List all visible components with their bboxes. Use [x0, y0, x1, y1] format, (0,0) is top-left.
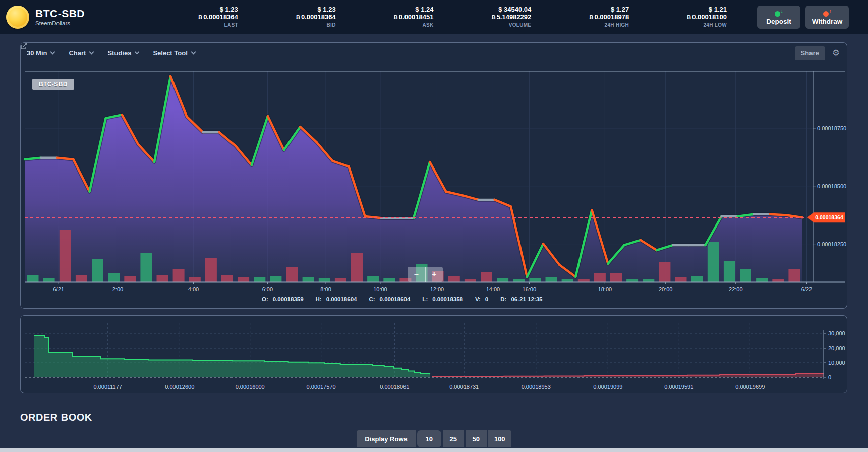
studies-dropdown[interactable]: Studies	[107, 49, 139, 57]
btc-symbol: Ƀ	[687, 14, 691, 20]
svg-text:0.00018364: 0.00018364	[815, 214, 843, 220]
withdraw-button[interactable]: ↑ Withdraw	[805, 6, 849, 29]
symbol-chip: BTC-SBD	[32, 79, 74, 90]
depth-chart-canvas[interactable]: 30,00020,00010,00000.000111770.000126000…	[21, 316, 848, 394]
steem-coin-logo-icon	[6, 6, 29, 29]
stat-bid: $ 1.23 Ƀ0.00018364 BID	[238, 6, 336, 29]
svg-text:18:00: 18:00	[598, 286, 612, 292]
chevron-down-icon	[89, 49, 94, 54]
svg-text:0.00018731: 0.00018731	[449, 384, 479, 390]
svg-text:0: 0	[828, 374, 831, 380]
svg-text:8:00: 8:00	[320, 286, 331, 292]
share-button[interactable]: Share	[795, 46, 825, 60]
pair-title-block: BTC-SBD SteemDollars	[35, 8, 85, 27]
svg-text:0.00019591: 0.00019591	[664, 384, 693, 390]
price-area-fill	[25, 76, 802, 282]
svg-text:20,000: 20,000	[828, 345, 845, 351]
price-chart-panel: 30 Min Chart Studies Select Tool Share ⚙	[20, 42, 847, 309]
btc-symbol: Ƀ	[394, 14, 398, 20]
svg-text:0.00018500: 0.00018500	[817, 183, 846, 189]
select-tool-dropdown[interactable]: Select Tool	[153, 49, 195, 57]
zoom-in-button[interactable]: +	[426, 267, 443, 282]
display-rows-label: Display Rows	[357, 430, 416, 447]
svg-text:0.00018750: 0.00018750	[817, 125, 846, 131]
rows-option-10[interactable]: 10	[417, 430, 441, 447]
chevron-down-icon	[191, 49, 196, 54]
deposit-coin-down-arrow-icon: ↓	[775, 10, 783, 17]
withdraw-coin-up-arrow-icon: ↑	[823, 10, 831, 17]
chart-toolbar: 30 Min Chart Studies Select Tool Share ⚙	[21, 43, 847, 63]
share-icon	[21, 43, 27, 49]
svg-text:14:00: 14:00	[486, 286, 500, 292]
zoom-out-button[interactable]: −	[408, 267, 426, 282]
btc-symbol: Ƀ	[492, 14, 496, 20]
svg-text:4:00: 4:00	[188, 286, 199, 292]
btc-symbol: Ƀ	[590, 14, 594, 20]
stat-volume: $ 34540.04 Ƀ5.14982292 VOLUME	[433, 6, 531, 29]
timeframe-dropdown[interactable]: 30 Min	[27, 49, 54, 57]
svg-text:0.00016000: 0.00016000	[236, 384, 265, 390]
svg-text:6:00: 6:00	[262, 286, 273, 292]
chevron-down-icon	[50, 49, 55, 54]
order-book-table-top	[0, 448, 868, 452]
svg-text:16:00: 16:00	[523, 286, 537, 292]
stat-last: $ 1.23 Ƀ0.00018364 LAST	[140, 6, 238, 29]
svg-text:0.00011177: 0.00011177	[93, 384, 122, 390]
chevron-down-icon	[135, 49, 140, 54]
svg-text:0.00012600: 0.00012600	[165, 384, 194, 390]
svg-text:10,000: 10,000	[828, 360, 845, 366]
svg-text:22:00: 22:00	[729, 286, 743, 292]
settings-gear-icon[interactable]: ⚙	[832, 49, 840, 58]
btc-symbol: Ƀ	[296, 14, 300, 20]
stat-24h-low: $ 1.21 Ƀ0.00018100 24H LOW	[629, 6, 727, 29]
pair-subtitle: SteemDollars	[35, 20, 85, 27]
chart-type-dropdown[interactable]: Chart	[69, 49, 93, 57]
ohlc-readout: O:0.00018359 H:0.00018604 C:0.00018604 L…	[262, 296, 542, 302]
stat-ask: $ 1.24 Ƀ0.00018451 ASK	[336, 6, 434, 29]
svg-text:0.00019099: 0.00019099	[593, 384, 622, 390]
svg-text:2:00: 2:00	[112, 286, 123, 292]
rows-option-50[interactable]: 50	[466, 430, 487, 447]
svg-text:0.00018061: 0.00018061	[380, 384, 409, 390]
current-price-tag: 0.00018364	[807, 212, 845, 222]
svg-text:30,000: 30,000	[828, 330, 845, 336]
svg-text:0.00019699: 0.00019699	[735, 384, 765, 390]
svg-text:10:00: 10:00	[373, 286, 387, 292]
order-book-title: ORDER BOOK	[20, 412, 868, 423]
rows-option-25[interactable]: 25	[443, 430, 464, 447]
svg-text:6/21: 6/21	[53, 286, 64, 292]
chart-zoom-control: − +	[408, 267, 443, 282]
rows-option-100[interactable]: 100	[488, 430, 511, 447]
svg-text:0.00017570: 0.00017570	[307, 384, 336, 390]
svg-text:6/22: 6/22	[801, 286, 812, 292]
svg-text:12:00: 12:00	[430, 286, 444, 292]
ticker-stats: $ 1.23 Ƀ0.00018364 LAST $ 1.23 Ƀ0.000183…	[85, 6, 757, 29]
svg-text:20:00: 20:00	[659, 286, 673, 292]
stat-24h-high: $ 1.27 Ƀ0.00018978 24H HIGH	[531, 6, 629, 29]
display-rows-control: Display Rows 10 25 50 100	[0, 430, 868, 447]
deposit-button[interactable]: ↓ Deposit	[757, 6, 800, 29]
pair-title: BTC-SBD	[35, 8, 85, 20]
btc-symbol: Ƀ	[198, 14, 202, 20]
svg-text:0.00018250: 0.00018250	[817, 241, 846, 247]
depth-chart-panel: 30,00020,00010,00000.000111770.000126000…	[20, 315, 847, 393]
header-bar: BTC-SBD SteemDollars $ 1.23 Ƀ0.00018364 …	[0, 0, 868, 34]
svg-text:0.00018953: 0.00018953	[522, 384, 551, 390]
